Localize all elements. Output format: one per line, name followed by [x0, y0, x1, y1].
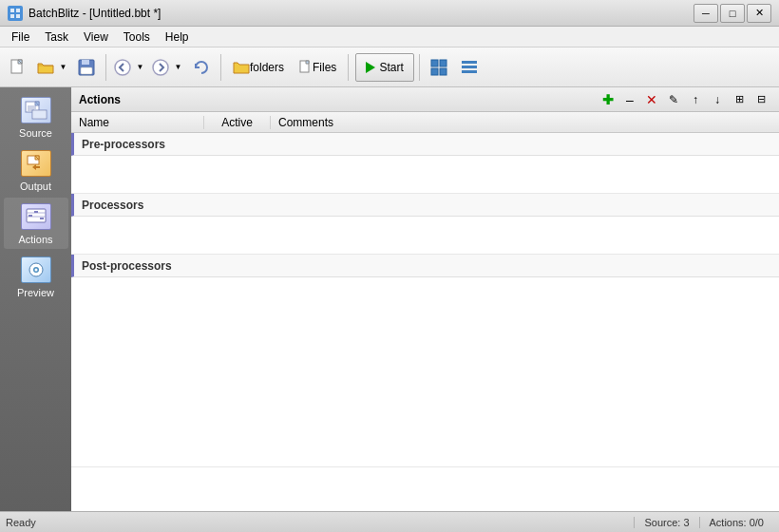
svg-rect-3: [16, 14, 20, 18]
actions-toolbar: ✚ – ✕ ✎ ↑ ↓ ⊞ ⊟: [598, 90, 771, 109]
refresh-button[interactable]: [187, 52, 216, 83]
actions-table: Name Active Comments Pre-processors Proc…: [71, 112, 779, 467]
sidebar-item-source[interactable]: Source: [4, 91, 68, 142]
svg-rect-15: [440, 68, 446, 75]
svg-point-10: [153, 60, 168, 75]
svg-rect-0: [10, 9, 14, 12]
files-button[interactable]: Files: [293, 52, 343, 83]
source-label: Source: [19, 127, 52, 139]
sidebar-item-actions[interactable]: Actions: [4, 198, 68, 249]
toolbar-separator-4: [419, 54, 420, 81]
preprocessors-label: Pre-processors: [82, 138, 165, 151]
col-header-name: Name: [71, 116, 204, 129]
view2-button[interactable]: [455, 52, 484, 83]
delete-action-button[interactable]: ✕: [641, 90, 662, 109]
menu-task[interactable]: Task: [37, 28, 76, 46]
processors-content: [71, 217, 779, 255]
sidebar-item-preview[interactable]: Preview: [4, 251, 68, 302]
svg-point-36: [34, 269, 37, 272]
status-source: Source: 3: [634, 517, 698, 528]
actions-header: Actions ✚ – ✕ ✎ ↑ ↓ ⊞ ⊟: [71, 87, 779, 112]
actions-panel-title: Actions: [79, 93, 121, 106]
postprocessors-content: [71, 277, 779, 467]
expand-all-button[interactable]: ⊞: [729, 90, 750, 109]
svg-rect-33: [40, 218, 44, 219]
open-button[interactable]: [34, 52, 57, 83]
actions-icon: [21, 201, 51, 232]
col-header-active: Active: [204, 116, 271, 129]
output-icon: [21, 148, 51, 179]
back-dropdown-arrow[interactable]: ▼: [134, 52, 147, 83]
preview-label: Preview: [17, 287, 54, 298]
title-bar: BatchBlitz - [Untitled.bbt *] ─ □ ✕: [0, 0, 779, 27]
save-button[interactable]: [72, 52, 101, 83]
content-area: Actions ✚ – ✕ ✎ ↑ ↓ ⊞ ⊟ Name Active Comm…: [71, 87, 779, 511]
svg-rect-31: [28, 215, 32, 217]
menu-view[interactable]: View: [76, 28, 116, 46]
main-layout: Source Output: [0, 87, 779, 511]
svg-rect-16: [462, 61, 477, 64]
back-button[interactable]: [111, 52, 134, 83]
toolbar-separator-3: [348, 54, 349, 81]
status-ready: Ready: [6, 517, 36, 528]
processors-label: Processors: [82, 199, 143, 212]
restore-button[interactable]: □: [720, 4, 745, 23]
svg-rect-7: [82, 60, 89, 65]
sidebar: Source Output: [0, 87, 71, 511]
app-icon: [8, 6, 23, 21]
close-button[interactable]: ✕: [747, 4, 771, 23]
preview-icon: [21, 255, 51, 285]
svg-rect-25: [33, 111, 46, 118]
actions-label: Actions: [18, 234, 52, 245]
source-icon: [21, 95, 51, 125]
status-right: Source: 3 Actions: 0/0: [634, 517, 773, 528]
postprocessors-section: Post-processors: [71, 255, 779, 277]
menu-tools[interactable]: Tools: [116, 28, 158, 46]
postprocessors-label: Post-processors: [82, 259, 172, 273]
open-button-split[interactable]: ▼: [34, 52, 70, 83]
start-button[interactable]: Start: [355, 53, 413, 82]
svg-rect-2: [10, 14, 14, 18]
remove-action-button[interactable]: –: [619, 90, 640, 109]
folders-button[interactable]: folders: [226, 52, 291, 83]
sidebar-item-output[interactable]: Output: [4, 144, 68, 196]
toolbar-separator-1: [105, 54, 106, 81]
play-icon: [366, 62, 375, 73]
svg-rect-17: [462, 66, 477, 68]
toolbar-separator-2: [220, 54, 221, 81]
status-actions: Actions: 0/0: [699, 517, 773, 528]
menu-file[interactable]: File: [4, 28, 37, 46]
forward-dropdown-arrow[interactable]: ▼: [172, 52, 185, 83]
main-toolbar: ▼ ▼ ▼: [0, 48, 779, 87]
svg-rect-18: [462, 70, 477, 73]
svg-rect-1: [16, 9, 20, 12]
move-up-button[interactable]: ↑: [685, 90, 706, 109]
new-button[interactable]: [4, 52, 32, 83]
forward-button-split[interactable]: ▼: [149, 52, 185, 83]
edit-action-button[interactable]: ✎: [663, 90, 684, 109]
minimize-button[interactable]: ─: [694, 4, 718, 23]
window-title: BatchBlitz - [Untitled.bbt *]: [28, 7, 161, 20]
col-header-comments: Comments: [271, 116, 779, 129]
add-action-button[interactable]: ✚: [598, 90, 618, 109]
back-button-split[interactable]: ▼: [111, 52, 147, 83]
menu-bar: File Task View Tools Help: [0, 27, 779, 48]
open-dropdown-arrow[interactable]: ▼: [57, 52, 70, 83]
move-down-button[interactable]: ↓: [707, 90, 728, 109]
preprocessors-content: [71, 156, 779, 194]
files-label: Files: [313, 61, 336, 74]
table-header: Name Active Comments: [71, 112, 779, 133]
start-label: Start: [379, 61, 403, 74]
menu-help[interactable]: Help: [158, 28, 197, 46]
svg-point-9: [115, 60, 130, 75]
svg-rect-8: [81, 67, 92, 74]
window-controls[interactable]: ─ □ ✕: [694, 4, 771, 23]
svg-rect-32: [34, 211, 38, 213]
svg-rect-12: [431, 60, 438, 66]
svg-rect-14: [431, 68, 438, 75]
collapse-all-button[interactable]: ⊟: [750, 90, 771, 109]
view1-button[interactable]: [425, 52, 453, 83]
preprocessors-section: Pre-processors: [71, 133, 779, 156]
forward-button[interactable]: [149, 52, 172, 83]
processors-section: Processors: [71, 194, 779, 217]
